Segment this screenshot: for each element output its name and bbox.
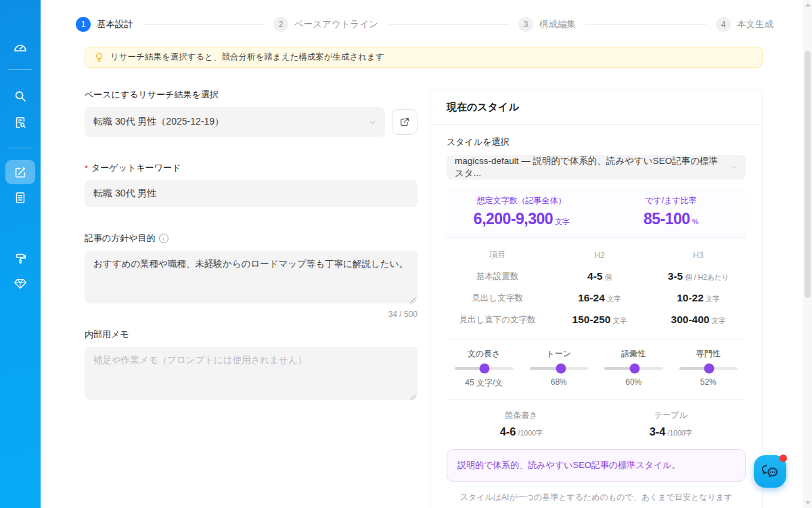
article-settings-form: ベースにするリサーチ結果を選択 転職 30代 男性（2025-12-19） * … <box>85 89 418 402</box>
step-number: 3 <box>518 17 533 32</box>
step-label: 構成編集 <box>539 18 576 30</box>
paint-roller-icon[interactable] <box>5 247 35 271</box>
memo-textarea[interactable] <box>85 347 418 400</box>
research-select-value: 転職 30代 男性（2025-12-19） <box>93 116 363 128</box>
step-label: 本文生成 <box>737 18 773 30</box>
step-connector <box>585 24 706 25</box>
info-icon[interactable]: i <box>159 234 168 243</box>
step-4[interactable]: 4 本文生成 <box>716 17 773 32</box>
purpose-textarea[interactable] <box>85 251 418 303</box>
table-row: 見出し文字数 16-24文字 10-22文字 <box>447 287 746 309</box>
external-link-icon <box>399 117 410 127</box>
step-number: 4 <box>716 17 731 32</box>
scroll-down-arrow[interactable] <box>805 501 811 505</box>
slider-vocabulary: 語彙性 60% <box>596 348 671 389</box>
scrollbar-thumb[interactable] <box>805 51 811 298</box>
purpose-label: 記事の方針や目的 i <box>85 232 418 245</box>
slider-track[interactable] <box>455 367 514 370</box>
stat-desumasu-ratio: です/ます比率 85-100% <box>596 195 746 228</box>
slider-track[interactable] <box>530 367 589 370</box>
chevron-down-icon <box>369 119 376 126</box>
step-2[interactable]: 2 ベースアウトライン <box>273 17 378 32</box>
step-label: ベースアウトライン <box>294 18 378 30</box>
research-select[interactable]: 転職 30代 男性（2025-12-19） <box>85 107 385 137</box>
table-header-row: 項目 H2 H3 <box>447 245 746 266</box>
step-label: 基本設計 <box>97 18 133 30</box>
slider-sentence-length: 文の長さ 45 文字/文 <box>447 348 522 389</box>
stat-bullet-lists: 箇条書き 4-6/1000字 <box>447 410 596 438</box>
style-description-note: 説明的で体系的、読みやすいSEO記事の標準スタイル。 <box>447 449 746 482</box>
dashboard-gauge-icon[interactable] <box>5 35 35 60</box>
style-select[interactable]: magicss-default — 説明的で体系的、読みやすいSEO記事の標準ス… <box>447 155 746 179</box>
step-connector <box>143 24 264 25</box>
style-select-label: スタイルを選択 <box>447 136 746 148</box>
stat-total-chars: 想定文字数（記事全体） 6,200-9,300文字 <box>447 195 596 228</box>
slider-track[interactable] <box>679 367 738 370</box>
chat-bubbles-icon <box>760 461 780 482</box>
banner-text: リサーチ結果を選択すると、競合分析を踏まえた構成案が生成されます <box>110 51 384 63</box>
research-select-label: ベースにするリサーチ結果を選択 <box>85 89 418 101</box>
chevron-down-icon <box>731 164 738 171</box>
sidebar-divider <box>8 69 32 70</box>
slider-thumb[interactable] <box>556 364 566 374</box>
step-number: 2 <box>273 17 288 32</box>
article-list-icon[interactable] <box>5 186 35 210</box>
slider-thumb[interactable] <box>704 364 715 374</box>
current-style-card: 現在のスタイル スタイルを選択 magicss-default — 説明的で体系… <box>430 89 763 508</box>
style-stats: 想定文字数（記事全体） 6,200-9,300文字 です/ます比率 85-100… <box>447 189 746 238</box>
slider-thumb[interactable] <box>480 364 490 374</box>
step-number: 1 <box>76 17 91 32</box>
slider-track[interactable] <box>604 367 663 370</box>
main-content: 1 基本設計 2 ベースアウトライン 3 構成編集 4 本文生成 リサーチ結果を… <box>41 0 803 508</box>
memo-label: 内部用メモ <box>85 329 418 341</box>
stepper: 1 基本設計 2 ベースアウトライン 3 構成編集 4 本文生成 <box>76 17 773 32</box>
stat-tables: テーブル 3-4/1000字 <box>596 410 746 438</box>
keyword-input[interactable] <box>85 180 418 207</box>
required-asterisk: * <box>85 163 88 173</box>
style-select-value: magicss-default — 説明的で体系的、読みやすいSEO記事の標準ス… <box>455 155 725 179</box>
diamond-icon[interactable] <box>5 272 35 296</box>
slider-expertise: 専門性 52% <box>671 348 746 389</box>
table-row: 基本設置数 4-5個 3-5個 / H2あたり <box>447 266 746 287</box>
sidebar <box>0 0 41 508</box>
edit-icon <box>13 165 28 179</box>
table-row: 見出し直下の文字数 150-250文字 300-400文字 <box>447 309 746 331</box>
heading-metrics-table: 項目 H2 H3 基本設置数 4-5個 3-5個 / H2あたり 見出し文字数 … <box>447 238 746 339</box>
frequency-stats: 箇条書き 4-6/1000字 テーブル 3-4/1000字 <box>447 400 746 447</box>
step-1[interactable]: 1 基本設計 <box>76 17 133 32</box>
style-card-title: 現在のスタイル <box>447 101 746 114</box>
scroll-up-arrow[interactable] <box>805 3 811 7</box>
char-counter: 34 / 500 <box>85 310 418 319</box>
keyword-label: * ターゲットキーワード <box>85 162 418 174</box>
lightbulb-icon <box>94 52 104 62</box>
open-research-button[interactable] <box>392 109 418 135</box>
file-search-icon[interactable] <box>5 110 35 135</box>
sidebar-divider <box>8 148 32 148</box>
step-3[interactable]: 3 構成編集 <box>518 17 576 32</box>
step-connector <box>388 24 509 25</box>
notification-dot <box>780 454 787 462</box>
page-scrollbar <box>803 0 812 508</box>
style-caption: スタイルはAIが一つの基準とするためのもので、あくまで目安となります <box>447 492 746 503</box>
chat-widget-button[interactable] <box>754 455 786 488</box>
info-banner: リサーチ結果を選択すると、競合分析を踏まえた構成案が生成されます <box>85 47 763 68</box>
slider-thumb[interactable] <box>629 364 639 374</box>
style-sliders: 文の長さ 45 文字/文 トーン 68% 語彙性 60% <box>447 339 746 400</box>
slider-tone: トーン 68% <box>522 348 597 389</box>
search-icon[interactable] <box>5 84 35 108</box>
sidebar-item-edit[interactable] <box>5 160 35 184</box>
